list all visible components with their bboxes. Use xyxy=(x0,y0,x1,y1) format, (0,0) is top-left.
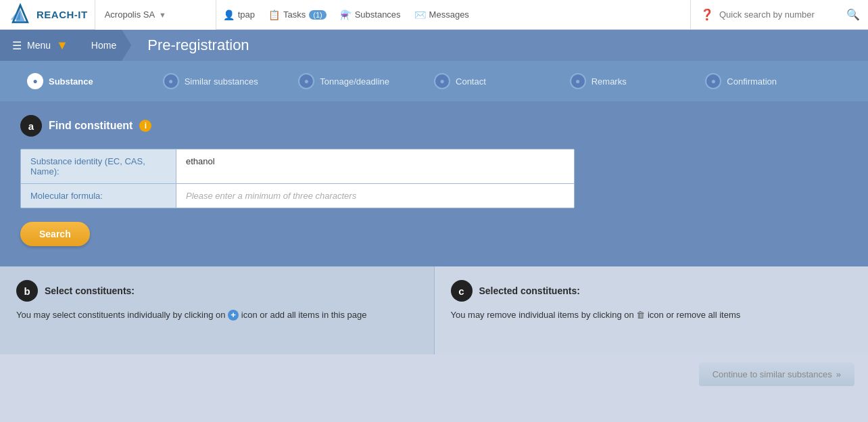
user-icon: 👤 xyxy=(223,9,235,20)
molecular-formula-input[interactable] xyxy=(176,184,574,208)
selected-panel-header: c Selected constituents: xyxy=(451,280,852,302)
step-circle-similar: ● xyxy=(163,73,179,89)
step-tonnage: ● Tonnage/deadline xyxy=(298,73,434,89)
selected-panel-desc: You may remove individual items by click… xyxy=(451,308,852,322)
step-substance: ● Substance xyxy=(27,73,163,89)
step-contact: ● Contact xyxy=(434,73,570,89)
logo-text: REACH-IT xyxy=(37,9,88,20)
trash-icon: 🗑 xyxy=(636,308,645,322)
home-label: Home xyxy=(91,40,116,51)
molecular-formula-row: Molecular formula: xyxy=(21,184,574,208)
nav-messages-label: Messages xyxy=(429,9,469,20)
lower-panels: b Select constituents: You may select co… xyxy=(0,266,868,354)
svg-marker-2 xyxy=(11,7,20,20)
step-circle-substance: ● xyxy=(27,73,43,89)
molecular-formula-label: Molecular formula: xyxy=(21,184,176,208)
section-a-title: Find constituent xyxy=(49,120,132,132)
select-panel-title: Select constituents: xyxy=(45,285,135,296)
page-title: Pre-registration xyxy=(131,30,265,61)
molecular-formula-input-cell xyxy=(176,184,574,208)
step-remarks: ● Remarks xyxy=(570,73,706,89)
top-nav: REACH-IT Acropolis SA ▼ 👤 tpap 📋 Tasks (… xyxy=(0,0,868,30)
search-button[interactable]: Search xyxy=(20,222,90,246)
menu-button[interactable]: ☰ Menu ▼ xyxy=(0,30,80,61)
progress-steps: ● Substance ● Similar substances ● Tonna… xyxy=(0,61,868,101)
nav-messages[interactable]: ✉️ Messages xyxy=(414,9,469,20)
section-b-badge: b xyxy=(16,280,38,302)
tasks-badge: (1) xyxy=(309,10,326,20)
step-confirmation: ● Confirmation xyxy=(705,73,841,89)
constituent-form: Substance identity (EC, CAS, Name): Mole… xyxy=(20,149,575,208)
logo-icon xyxy=(8,3,32,27)
selected-constituents-panel: c Selected constituents: You may remove … xyxy=(435,266,869,354)
nav-tasks-label: Tasks xyxy=(283,9,306,20)
company-selector[interactable]: Acropolis SA ▼ xyxy=(95,0,216,30)
step-label-remarks: Remarks xyxy=(592,76,627,87)
step-label-similar: Similar substances xyxy=(185,76,258,87)
step-label-substance: Substance xyxy=(49,76,93,87)
substance-identity-row: Substance identity (EC, CAS, Name): xyxy=(21,149,574,184)
select-constituents-panel: b Select constituents: You may select co… xyxy=(0,266,435,354)
company-name: Acropolis SA xyxy=(105,9,155,20)
messages-icon: ✉️ xyxy=(414,9,426,20)
find-constituent-info-icon[interactable]: i xyxy=(139,120,151,132)
substance-identity-input[interactable] xyxy=(176,149,574,173)
step-label-contact: Contact xyxy=(456,76,486,87)
plus-icon: + xyxy=(228,310,239,321)
menu-label: Menu xyxy=(27,40,51,51)
step-circle-tonnage: ● xyxy=(298,73,314,89)
continue-button[interactable]: Continue to similar substances » xyxy=(699,362,854,386)
substances-icon: ⚗️ xyxy=(340,9,352,20)
question-icon: ❓ xyxy=(700,8,714,21)
substance-identity-label: Substance identity (EC, CAS, Name): xyxy=(21,149,176,183)
step-similar: ● Similar substances xyxy=(163,73,299,89)
substance-identity-input-cell xyxy=(176,149,574,183)
nav-user-label: tpap xyxy=(238,9,255,20)
continue-arrow-icon: » xyxy=(836,369,841,379)
nav-tasks[interactable]: 📋 Tasks (1) xyxy=(268,9,327,20)
selected-panel-title: Selected constituents: xyxy=(479,285,580,296)
nav-substances[interactable]: ⚗️ Substances xyxy=(340,9,401,20)
nav-user[interactable]: 👤 tpap xyxy=(223,9,255,20)
quick-search-input[interactable] xyxy=(719,9,841,20)
step-label-tonnage: Tonnage/deadline xyxy=(320,76,389,87)
tasks-icon: 📋 xyxy=(268,9,280,20)
section-a-header: a Find constituent i xyxy=(20,115,848,137)
select-panel-header: b Select constituents: xyxy=(16,280,418,302)
quick-search-area: ❓ 🔍 xyxy=(690,0,860,30)
section-a-badge: a xyxy=(20,115,42,137)
footer-bar: Continue to similar substances » xyxy=(0,354,868,394)
step-circle-contact: ● xyxy=(434,73,450,89)
company-chevron-icon: ▼ xyxy=(159,11,166,19)
nav-items: 👤 tpap 📋 Tasks (1) ⚗️ Substances ✉️ Mess… xyxy=(216,0,690,30)
main-content: a Find constituent i Substance identity … xyxy=(0,101,868,266)
nav-substances-label: Substances xyxy=(355,9,401,20)
menu-arrow-icon: ▼ xyxy=(56,39,68,53)
step-label-confirmation: Confirmation xyxy=(727,76,777,87)
hamburger-icon: ☰ xyxy=(12,39,22,52)
logo-area: REACH-IT xyxy=(8,3,88,27)
select-panel-desc: You may select constituents individually… xyxy=(16,308,418,322)
step-circle-remarks: ● xyxy=(570,73,586,89)
section-c-badge: c xyxy=(451,280,473,302)
home-breadcrumb[interactable]: Home xyxy=(80,30,131,61)
step-circle-confirmation: ● xyxy=(705,73,721,89)
search-nav-icon[interactable]: 🔍 xyxy=(846,8,860,21)
breadcrumb-bar: ☰ Menu ▼ Home Pre-registration xyxy=(0,30,868,61)
